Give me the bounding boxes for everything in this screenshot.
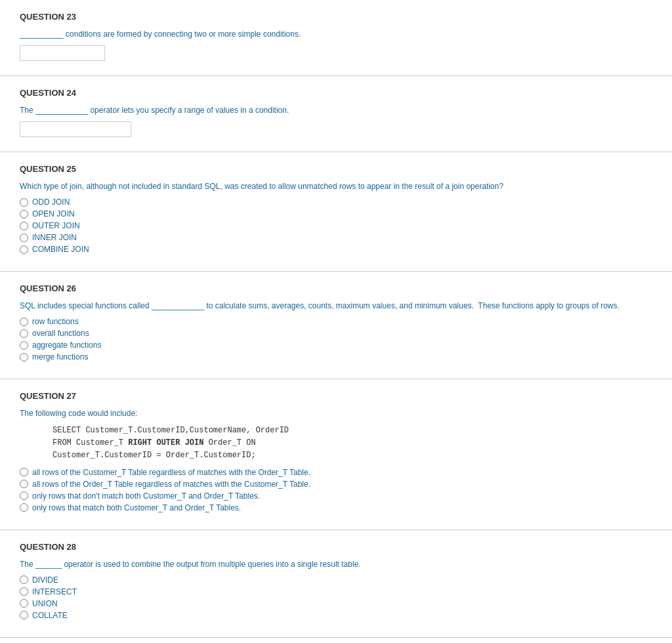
q28-radio-4[interactable] <box>20 611 28 619</box>
q25-option-4[interactable]: INNER JOIN <box>20 233 652 242</box>
q28-radio-2[interactable] <box>20 587 28 596</box>
question-24-text: The ____________ operator lets you speci… <box>20 104 652 116</box>
q28-option-4[interactable]: COLLATE <box>20 611 652 620</box>
question-27-options: all rows of the Customer_T Table regardl… <box>20 468 652 512</box>
q26-label-2: overall functions <box>32 329 89 338</box>
question-24-input[interactable] <box>20 121 131 137</box>
question-26-block: QUESTION 26 SQL includes special functio… <box>0 272 672 379</box>
question-23-text: __________ conditions are formed by conn… <box>20 28 652 40</box>
q27-radio-1[interactable] <box>20 468 28 476</box>
q25-option-3[interactable]: OUTER JOIN <box>20 221 652 230</box>
q28-label-4: COLLATE <box>32 611 68 620</box>
q26-radio-4[interactable] <box>20 353 28 362</box>
q28-option-1[interactable]: DIVIDE <box>20 575 652 585</box>
q28-label-3: UNION <box>32 599 58 608</box>
question-25-text: Which type of join, although not include… <box>20 180 652 192</box>
q25-label-5: COMBINE JOIN <box>32 245 89 254</box>
q25-radio-2[interactable] <box>20 210 28 218</box>
q28-option-2[interactable]: INTERSECT <box>20 587 652 596</box>
q26-radio-2[interactable] <box>20 329 28 338</box>
q28-option-3[interactable]: UNION <box>20 599 652 608</box>
q26-label-4: merge functions <box>32 352 88 362</box>
q27-radio-2[interactable] <box>20 480 28 488</box>
question-27-code: SELECT Customer_T.CustomerID,CustomerNam… <box>52 425 652 463</box>
q25-radio-1[interactable] <box>20 198 28 207</box>
q25-label-2: OPEN JOIN <box>32 209 75 218</box>
question-27-block: QUESTION 27 The following code would inc… <box>0 379 672 530</box>
question-25-options: ODD JOIN OPEN JOIN OUTER JOIN INNER JOIN… <box>20 197 652 254</box>
q25-label-4: INNER JOIN <box>32 233 77 242</box>
question-27-title: QUESTION 27 <box>20 391 652 401</box>
question-27-text: The following code would include: <box>20 407 652 419</box>
question-26-title: QUESTION 26 <box>20 283 652 293</box>
q26-option-3[interactable]: aggregate functions <box>20 341 652 350</box>
q25-radio-4[interactable] <box>20 234 28 242</box>
question-23-input[interactable] <box>20 45 105 61</box>
q27-radio-3[interactable] <box>20 491 28 500</box>
page-container: QUESTION 23 __________ conditions are fo… <box>0 0 672 638</box>
q26-radio-3[interactable] <box>20 341 28 350</box>
q26-option-1[interactable]: row functions <box>20 317 652 326</box>
q25-option-2[interactable]: OPEN JOIN <box>20 209 652 218</box>
code-line-3: Customer_T.CustomerID = Order_T.Customer… <box>52 449 652 462</box>
question-28-options: DIVIDE INTERSECT UNION COLLATE <box>20 575 652 620</box>
q28-label-2: INTERSECT <box>32 587 77 596</box>
q27-option-4[interactable]: only rows that match both Customer_T and… <box>20 503 652 512</box>
question-28-text: The ______ operator is used to combine t… <box>20 558 652 570</box>
q26-option-2[interactable]: overall functions <box>20 329 652 338</box>
q25-option-1[interactable]: ODD JOIN <box>20 197 652 207</box>
q25-label-3: OUTER JOIN <box>32 221 80 230</box>
q26-option-4[interactable]: merge functions <box>20 352 652 362</box>
question-23-title: QUESTION 23 <box>20 12 652 22</box>
code-keyword: RIGHT OUTER JOIN <box>128 438 203 447</box>
q25-radio-3[interactable] <box>20 222 28 230</box>
question-26-options: row functions overall functions aggregat… <box>20 317 652 362</box>
q28-radio-3[interactable] <box>20 599 28 608</box>
q26-label-1: row functions <box>32 317 79 326</box>
question-24-title: QUESTION 24 <box>20 88 652 98</box>
q27-label-3: only rows that don't match both Customer… <box>32 491 260 501</box>
question-23-block: QUESTION 23 __________ conditions are fo… <box>0 0 672 76</box>
question-25-title: QUESTION 25 <box>20 164 652 174</box>
q25-option-5[interactable]: COMBINE JOIN <box>20 245 652 254</box>
q27-label-4: only rows that match both Customer_T and… <box>32 503 241 512</box>
question-25-block: QUESTION 25 Which type of join, although… <box>0 152 672 272</box>
code-line-1: SELECT Customer_T.CustomerID,CustomerNam… <box>52 425 652 437</box>
q27-label-2: all rows of the Order_T Table regardless… <box>32 480 310 489</box>
q27-option-2[interactable]: all rows of the Order_T Table regardless… <box>20 480 652 489</box>
code-line-2: FROM Customer_T RIGHT OUTER JOIN Order_T… <box>52 437 652 449</box>
q28-radio-1[interactable] <box>20 575 28 584</box>
question-28-block: QUESTION 28 The ______ operator is used … <box>0 530 672 638</box>
q28-label-1: DIVIDE <box>32 575 58 585</box>
q27-option-1[interactable]: all rows of the Customer_T Table regardl… <box>20 468 652 477</box>
question-28-title: QUESTION 28 <box>20 542 652 552</box>
q27-radio-4[interactable] <box>20 503 28 512</box>
q26-radio-1[interactable] <box>20 318 28 326</box>
question-24-block: QUESTION 24 The ____________ operator le… <box>0 76 672 152</box>
q25-label-1: ODD JOIN <box>32 197 70 207</box>
question-26-text: SQL includes special functions called __… <box>20 300 652 312</box>
q26-label-3: aggregate functions <box>32 341 101 350</box>
q27-option-3[interactable]: only rows that don't match both Customer… <box>20 491 652 501</box>
q27-label-1: all rows of the Customer_T Table regardl… <box>32 468 310 477</box>
q25-radio-5[interactable] <box>20 245 28 254</box>
